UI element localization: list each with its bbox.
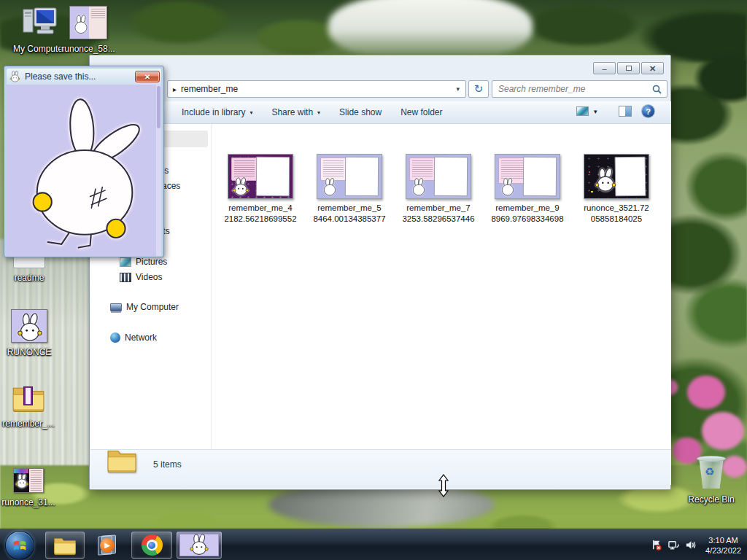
play-icon: ▶ bbox=[104, 541, 110, 549]
command-toolbar: Include in library ▾ Share with ▾ Slide … bbox=[90, 101, 671, 124]
popup-close-button[interactable]: ✕ bbox=[135, 71, 160, 82]
file-name: remember_me_7 3253.58296537446 bbox=[393, 203, 484, 225]
toolbar-item-label: Slide show bbox=[339, 107, 382, 117]
file-thumbnail bbox=[495, 154, 560, 199]
taskbar: ▶ bbox=[0, 529, 747, 560]
chevron-down-icon: ▾ bbox=[594, 108, 597, 115]
sidebar-item-label: My Computer bbox=[126, 302, 179, 312]
start-button[interactable] bbox=[5, 531, 34, 560]
toolbar-item-label: New folder bbox=[400, 107, 442, 117]
explorer-content: Downloads Recent Places Documents Pictur… bbox=[90, 124, 671, 449]
help-button[interactable]: ? bbox=[642, 105, 654, 117]
toolbar-item-label: Include in library bbox=[182, 107, 245, 117]
desktop-icon-label: remember_... bbox=[0, 419, 57, 429]
popup-canvas[interactable] bbox=[7, 85, 161, 256]
file-item[interactable]: runonce_3521.72 05858184025 bbox=[571, 154, 662, 225]
search-icon[interactable] bbox=[652, 85, 662, 94]
desktop-icon-label: runonce_31... bbox=[0, 498, 57, 508]
desktop-icon-runonce-58[interactable]: runonce_58... bbox=[57, 6, 120, 54]
chevron-down-icon: ▾ bbox=[317, 109, 320, 116]
taskbar-bunny-app-button[interactable] bbox=[177, 532, 222, 559]
recycle-bin-icon: ♻ bbox=[695, 455, 727, 490]
explorer-folder-icon bbox=[53, 535, 77, 556]
runonce-31-thumbnail-icon bbox=[13, 468, 44, 493]
cartwheel-bunny-drawing bbox=[14, 90, 157, 252]
file-thumbnail bbox=[228, 154, 293, 199]
network-tray-icon[interactable] bbox=[667, 539, 680, 551]
pictures-icon bbox=[120, 257, 131, 267]
maximize-button[interactable] bbox=[617, 62, 640, 74]
system-tray: 3:10 AM 4/23/2022 bbox=[650, 529, 746, 560]
desktop-icon-runonce[interactable]: RUNONCE bbox=[1, 309, 57, 357]
bunny-app-icon bbox=[179, 534, 219, 556]
sidebar-item-label: Videos bbox=[136, 272, 162, 282]
action-center-flag-icon[interactable] bbox=[650, 539, 662, 551]
toolbar-item-label: Share with bbox=[271, 107, 313, 117]
popup-title-bar[interactable]: Please save this... ✕ bbox=[7, 69, 161, 85]
breadcrumb-arrow-icon: ▸ bbox=[173, 85, 177, 93]
refresh-button[interactable]: ↻ bbox=[468, 80, 489, 98]
taskbar-clock[interactable]: 3:10 AM 4/23/2022 bbox=[703, 535, 741, 556]
desktop-icon-recycle-bin[interactable]: ♻ Recycle Bin bbox=[681, 455, 742, 505]
taskbar-media-player-button[interactable]: ▶ bbox=[89, 532, 125, 559]
desktop-icon-label: Recycle Bin bbox=[681, 495, 742, 505]
popup-scrollbar[interactable] bbox=[156, 85, 161, 256]
thumbnail-note bbox=[434, 157, 468, 196]
clock-date: 4/23/2022 bbox=[705, 545, 741, 556]
preview-pane-button[interactable] bbox=[619, 106, 632, 117]
toolbar-share-with[interactable]: Share with ▾ bbox=[262, 107, 330, 117]
file-thumbnail bbox=[317, 154, 382, 199]
explorer-window: – ✕ ▸ remember_me ▾ ↻ Include in library… bbox=[89, 55, 671, 490]
window-caption-buttons: – ✕ bbox=[593, 62, 664, 74]
file-item[interactable]: remember_me_7 3253.58296537446 bbox=[393, 154, 484, 225]
sidebar-item-label: Pictures bbox=[136, 257, 167, 267]
volume-icon[interactable] bbox=[685, 539, 697, 551]
search-box[interactable] bbox=[492, 80, 667, 98]
thumbnail-bunny bbox=[321, 177, 338, 196]
help-icon: ? bbox=[646, 107, 651, 116]
desktop-icon-runonce-31[interactable]: runonce_31... bbox=[0, 468, 57, 508]
desktop-icon-label: runonce_58... bbox=[57, 44, 120, 54]
toolbar-new-folder[interactable]: New folder bbox=[391, 107, 452, 117]
thumbnail-note bbox=[615, 157, 646, 197]
file-item[interactable]: remember_me_9 8969.97698334698 bbox=[482, 154, 573, 225]
search-input[interactable] bbox=[492, 84, 652, 94]
minimize-button[interactable]: – bbox=[593, 62, 616, 74]
address-bar[interactable]: ▸ remember_me ▾ bbox=[167, 80, 466, 98]
item-count: 5 items bbox=[153, 459, 182, 470]
videos-icon bbox=[120, 273, 131, 282]
thumbnail-bunny bbox=[595, 168, 616, 192]
change-view-button[interactable]: ▾ bbox=[576, 106, 597, 116]
windows-logo-icon bbox=[12, 537, 28, 553]
desktop: My Computer runonce_58... readme RUNONCE… bbox=[0, 0, 747, 560]
file-item[interactable]: remember_me_4 2182.56218699552 bbox=[215, 154, 306, 225]
sidebar-item-label: Network bbox=[125, 332, 157, 343]
breadcrumb[interactable]: remember_me bbox=[181, 84, 238, 94]
pane-divider bbox=[211, 124, 212, 449]
clock-time: 3:10 AM bbox=[705, 535, 741, 545]
desktop-icon-remember-folder[interactable]: remember_... bbox=[0, 382, 57, 429]
taskbar-chrome-button[interactable] bbox=[131, 532, 172, 559]
runonce-58-thumbnail-icon bbox=[69, 6, 107, 39]
close-button[interactable]: ✕ bbox=[641, 62, 664, 74]
sidebar-item-videos[interactable]: Videos bbox=[120, 270, 162, 284]
computer-icon bbox=[110, 303, 122, 311]
file-name: runonce_3521.72 05858184025 bbox=[571, 203, 662, 225]
sidebar-item-network[interactable]: Network bbox=[110, 330, 157, 345]
desktop-icon-label: readme bbox=[4, 273, 54, 283]
popup-window: Please save this... ✕ bbox=[4, 66, 164, 257]
refresh-icon: ↻ bbox=[474, 82, 484, 96]
scrollbar-thumb[interactable] bbox=[157, 86, 160, 128]
file-name: remember_me_5 8464.00134385377 bbox=[304, 203, 395, 225]
toolbar-slide-show[interactable]: Slide show bbox=[330, 107, 391, 117]
desktop-icon-label: RUNONCE bbox=[1, 348, 57, 357]
sidebar-item-my-computer[interactable]: My Computer bbox=[110, 300, 179, 314]
file-thumbnail bbox=[584, 154, 649, 199]
address-dropdown-icon[interactable]: ▾ bbox=[456, 85, 460, 93]
thumbnail-note bbox=[256, 157, 290, 196]
file-item[interactable]: remember_me_5 8464.00134385377 bbox=[304, 154, 395, 225]
taskbar-explorer-button[interactable] bbox=[45, 532, 85, 559]
file-name: remember_me_4 2182.56218699552 bbox=[215, 203, 306, 225]
toolbar-include-in-library[interactable]: Include in library ▾ bbox=[172, 107, 262, 117]
media-player-icon: ▶ bbox=[98, 535, 117, 556]
